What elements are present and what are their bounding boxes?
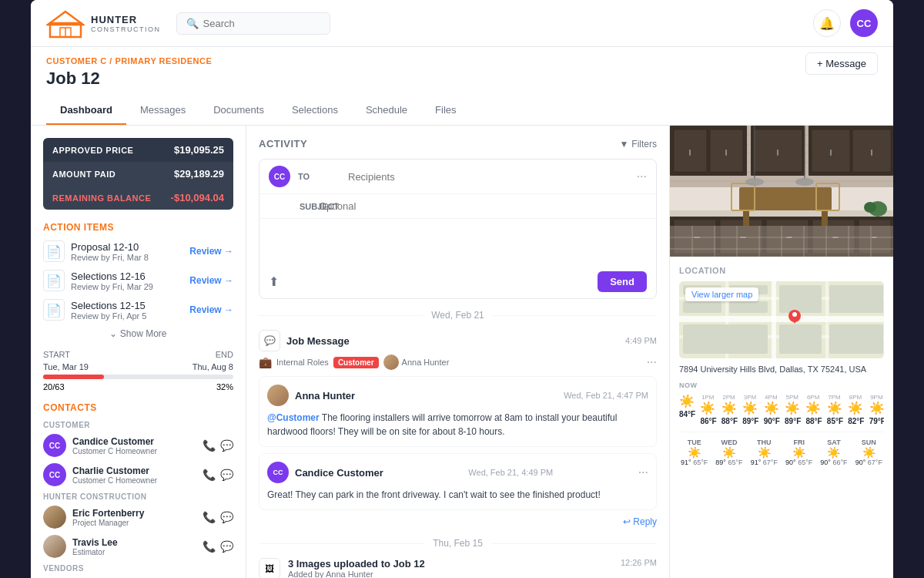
action-items-title: ACTION ITEMS	[43, 222, 233, 233]
message-button[interactable]: + Message	[805, 52, 878, 75]
customer-badge: Customer	[333, 357, 379, 368]
tab-selections[interactable]: Selections	[278, 96, 352, 125]
weather-label-5pm: 5PM	[785, 394, 799, 401]
contact-message-candice[interactable]: 💬	[220, 439, 233, 452]
tab-messages[interactable]: Messages	[126, 96, 199, 125]
contacts-title: CONTACTS	[43, 402, 233, 413]
tab-documents[interactable]: Documents	[199, 96, 278, 125]
finance-row-balance: REMAINING BALANCE -$10,094.04	[43, 186, 233, 210]
weather-forecast: TUE ☀️ 91° 65°F WED ☀️ 89° 65°F THU ☀️ 9…	[679, 439, 884, 466]
progress-section: START END Tue, Mar 19 Thu, Aug 8 20/63 3…	[43, 350, 233, 391]
contact-role-travis: Estimator	[72, 548, 196, 556]
contact-charlie: CC Charlie Customer Customer C Homeowner…	[43, 463, 233, 486]
message-more-options[interactable]: ···	[647, 355, 657, 369]
finance-table: APPROVED PRICE $19,095.25 AMOUNT PAID $2…	[43, 138, 233, 210]
date-divider-1: Wed, Feb 21	[259, 310, 657, 321]
sun-icon-4pm: ☀️	[764, 401, 778, 415]
to-input[interactable]	[348, 171, 629, 183]
right-panel: LOCATION	[670, 126, 893, 578]
tab-files[interactable]: Files	[421, 96, 470, 125]
action-item-1: 📄 Selections 12-16 Review by Fri, Mar 29…	[43, 270, 233, 291]
sun-icon-2pm: ☀️	[721, 401, 736, 415]
progress-count: 20/63	[43, 382, 65, 391]
reply-text-candice: Great! They can park in the front drivew…	[267, 488, 648, 502]
hunter-group-label: HUNTER CONSTRUCTION	[43, 492, 233, 501]
reply-button[interactable]: ↩ Reply	[623, 516, 657, 527]
search-bar[interactable]: 🔍	[176, 12, 330, 35]
tab-schedule[interactable]: Schedule	[352, 96, 421, 125]
contact-phone-candice[interactable]: 📞	[203, 439, 216, 452]
svg-rect-94	[829, 285, 883, 313]
to-label: TO	[298, 172, 340, 181]
property-photo	[670, 126, 893, 257]
filters-button[interactable]: ▼ Filters	[619, 139, 657, 150]
svg-point-69	[864, 202, 876, 213]
contact-name-charlie: Charlie Customer	[72, 465, 196, 476]
user-avatar[interactable]: CC	[850, 9, 878, 37]
contact-photo-eric	[43, 506, 66, 529]
mention-customer: @Customer	[267, 412, 320, 423]
action-item-info-1: Selections 12-16 Review by Fri, Mar 29	[71, 271, 183, 291]
location-section: LOCATION	[670, 257, 893, 476]
sun-icon-8pm: ☀️	[848, 401, 862, 415]
send-button[interactable]: Send	[598, 271, 647, 292]
composer-subject-row: SUBJECT	[259, 194, 656, 219]
search-input[interactable]	[203, 18, 319, 29]
contact-phone-eric[interactable]: 📞	[203, 511, 216, 523]
contact-info-eric: Eric Fortenberry Project Manager	[72, 508, 196, 527]
weather-label-3pm: 3PM	[742, 394, 757, 401]
weather-cell-1pm: 1PM ☀️ 86°F	[700, 394, 715, 425]
weather-temp-3pm: 89°F	[742, 417, 757, 425]
weather-now-label: NOW	[679, 381, 884, 389]
contacts-section: CONTACTS CUSTOMER CC Candice Customer Cu…	[43, 402, 233, 573]
contact-message-travis[interactable]: 💬	[220, 540, 233, 553]
subject-input[interactable]	[319, 200, 647, 212]
candice-more-options[interactable]: ···	[638, 465, 648, 479]
contact-phone-charlie[interactable]: 📞	[203, 469, 216, 481]
notification-bell[interactable]: 🔔	[813, 9, 841, 37]
anna-avatar-small	[383, 355, 399, 370]
contact-info-charlie: Charlie Customer Customer C Homeowner	[72, 465, 196, 485]
attach-icon[interactable]: ⬆	[269, 274, 279, 289]
svg-rect-95	[683, 324, 768, 354]
customer-group-label: CUSTOMER	[43, 421, 233, 429]
map[interactable]: View larger map	[679, 281, 884, 358]
forecast-wed: WED ☀️ 89° 65°F	[714, 439, 744, 466]
to-more-options[interactable]: ···	[637, 170, 647, 183]
action-item-icon-2: 📄	[43, 299, 65, 321]
action-item-review-0[interactable]: Review →	[189, 246, 233, 257]
contact-avatar-candice: CC	[43, 434, 66, 457]
show-more-btn[interactable]: ⌄ Show More	[43, 328, 233, 339]
reply-anna: Anna Hunter Wed, Feb 21, 4:47 PM @Custom…	[259, 376, 657, 447]
weather-label-6pm: 6PM	[805, 394, 820, 401]
contact-phone-travis[interactable]: 📞	[203, 540, 216, 553]
action-item-review-1[interactable]: Review →	[189, 275, 233, 286]
start-label: START	[43, 350, 70, 359]
anna-hunter-badge: Anna Hunter	[383, 355, 450, 370]
contact-info-travis: Travis Lee Estimator	[72, 537, 196, 556]
header: HUNTER CONSTRUCTION 🔍 🔔 CC	[31, 0, 893, 47]
weather-divider	[679, 432, 884, 432]
map-link[interactable]: View larger map	[685, 287, 758, 301]
weather-cell-8pm: 8PM ☀️ 82°F	[848, 394, 862, 425]
reply-name-anna: Anna Hunter	[295, 390, 355, 402]
contact-avatar-charlie: CC	[43, 463, 66, 486]
svg-rect-92	[729, 301, 768, 313]
svg-rect-83	[679, 316, 884, 322]
forecast-tue: TUE ☀️ 91° 65°F	[679, 439, 709, 466]
left-panel: APPROVED PRICE $19,095.25 AMOUNT PAID $2…	[31, 126, 246, 578]
svg-point-100	[792, 312, 797, 317]
weather-temp-8pm: 82°F	[848, 417, 862, 425]
amount-paid-label: AMOUNT PAID	[52, 170, 116, 179]
forecast-sat: SAT ☀️ 90° 66°F	[819, 439, 849, 466]
tab-dashboard[interactable]: Dashboard	[46, 96, 126, 125]
weather-label-1pm: 1PM	[700, 394, 715, 401]
contact-message-eric[interactable]: 💬	[220, 511, 233, 523]
search-icon: 🔍	[186, 18, 199, 29]
contact-message-charlie[interactable]: 💬	[220, 469, 233, 481]
sun-icon-6pm: ☀️	[805, 401, 820, 415]
action-item-review-2[interactable]: Review →	[189, 304, 233, 315]
weather-temp-2pm: 88°F	[721, 417, 736, 425]
sun-icon-1pm: ☀️	[700, 401, 715, 415]
composer-message-area[interactable]	[259, 219, 656, 265]
